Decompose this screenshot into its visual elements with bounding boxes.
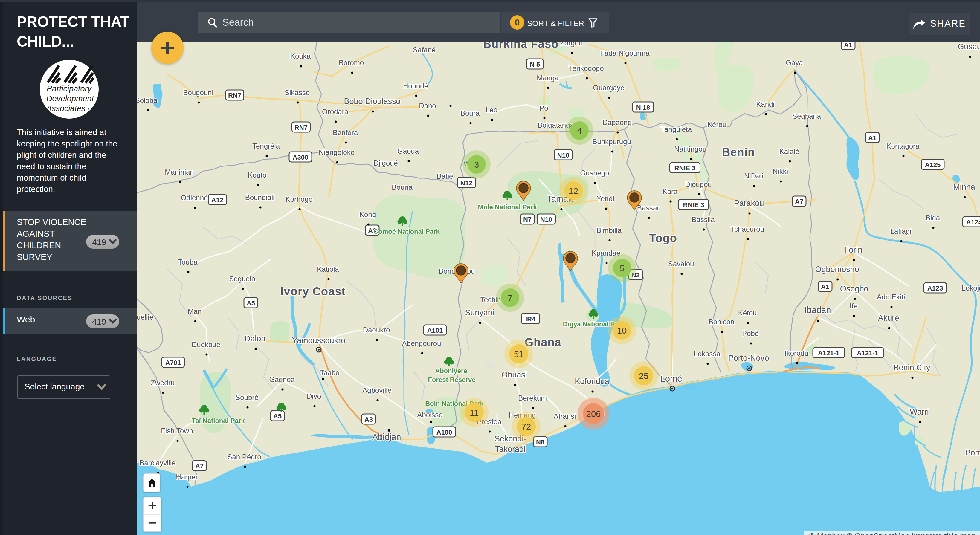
svg-text:Aboisso: Aboisso xyxy=(417,411,442,419)
svg-text:Houndé: Houndé xyxy=(403,82,428,90)
svg-text:Ibadan: Ibadan xyxy=(805,305,831,315)
svg-text:Bassar: Bassar xyxy=(637,204,660,212)
svg-text:Fish Town: Fish Town xyxy=(161,427,193,435)
svg-text:Bunkpurugu: Bunkpurugu xyxy=(592,138,631,146)
svg-text:Gaya: Gaya xyxy=(786,59,803,67)
svg-text:Bimbilla: Bimbilla xyxy=(597,226,622,234)
svg-text:Yendi: Yendi xyxy=(597,195,614,203)
svg-text:Niangoloko: Niangoloko xyxy=(319,148,355,156)
svg-text:A1: A1 xyxy=(844,42,852,49)
svg-text:Séguéla: Séguéla xyxy=(229,275,256,283)
svg-text:Aboniyere: Aboniyere xyxy=(435,367,467,375)
svg-text:Harper: Harper xyxy=(176,473,197,481)
svg-text:A3: A3 xyxy=(364,416,373,423)
svg-text:Kouto: Kouto xyxy=(248,171,267,179)
svg-text:51: 51 xyxy=(514,349,523,359)
svg-text:Djougou: Djougou xyxy=(685,180,711,188)
svg-text:Afransi: Afransi xyxy=(554,412,576,420)
svg-text:Warri: Warri xyxy=(910,407,929,416)
svg-text:Tchaourou: Tchaourou xyxy=(731,225,764,233)
svg-text:Soubré: Soubré xyxy=(235,393,258,402)
svg-text:25: 25 xyxy=(639,371,648,381)
svg-text:Gusau: Gusau xyxy=(958,42,980,51)
svg-text:Katiola: Katiola xyxy=(317,265,339,273)
svg-text:Lokossa: Lokossa xyxy=(694,350,721,358)
svg-text:A5: A5 xyxy=(273,413,282,420)
svg-text:Tanguieta: Tanguieta xyxy=(661,125,692,133)
svg-text:12: 12 xyxy=(569,186,578,196)
svg-text:Taabo: Taabo xyxy=(320,368,339,376)
svg-text:Ado Ekiti: Ado Ekiti xyxy=(877,293,905,301)
svg-text:Safané: Safané xyxy=(413,46,436,54)
svg-text:Odienné: Odienné xyxy=(181,194,208,202)
svg-text:RNIE 3: RNIE 3 xyxy=(675,164,696,172)
svg-text:Daloa: Daloa xyxy=(245,334,266,343)
svg-text:Kara: Kara xyxy=(662,187,678,195)
svg-text:Maninian: Maninian xyxy=(165,168,194,176)
svg-text:uellie: uellie xyxy=(137,313,153,321)
svg-text:N12: N12 xyxy=(460,179,473,187)
svg-text:Ségbana: Ségbana xyxy=(792,112,821,120)
svg-text:Bohicon: Bohicon xyxy=(708,318,735,326)
svg-text:Duekoue: Duekoue xyxy=(192,340,220,349)
svg-text:RNIE 3: RNIE 3 xyxy=(683,201,704,209)
svg-text:A701: A701 xyxy=(165,359,181,367)
svg-text:Abidjan: Abidjan xyxy=(372,432,401,442)
svg-text:Orodara: Orodara xyxy=(322,108,348,116)
svg-text:11: 11 xyxy=(470,408,479,418)
svg-text:Parakou: Parakou xyxy=(734,199,764,208)
svg-text:Bida: Bida xyxy=(926,214,940,222)
svg-text:Gaoua: Gaoua xyxy=(397,147,419,155)
svg-text:Kong: Kong xyxy=(360,210,376,219)
svg-text:Ilorin: Ilorin xyxy=(845,245,862,254)
svg-text:Leo: Leo xyxy=(485,106,498,114)
svg-text:Benin City: Benin City xyxy=(893,363,931,372)
svg-text:Lafiagi: Lafiagi xyxy=(890,227,912,235)
svg-text:Development: Development xyxy=(46,94,94,103)
svg-text:Taï National Park: Taï National Park xyxy=(192,417,245,424)
svg-text:Soloba: Soloba xyxy=(137,96,158,104)
svg-text:N7: N7 xyxy=(523,216,531,223)
svg-text:Zorgho: Zorgho xyxy=(560,42,583,47)
svg-text:A7: A7 xyxy=(195,462,204,470)
svg-text:IR4: IR4 xyxy=(525,315,536,323)
svg-text:Forest Reserve: Forest Reserve xyxy=(428,376,476,383)
svg-text:N 18: N 18 xyxy=(636,104,650,111)
svg-text:Bougouni: Bougouni xyxy=(183,89,213,97)
svg-text:Boura: Boura xyxy=(460,109,480,117)
svg-text:Kérou: Kérou xyxy=(707,121,727,129)
svg-text:Tenkodogo: Tenkodogo xyxy=(569,64,604,72)
svg-text:N8: N8 xyxy=(536,438,544,446)
svg-text:N10: N10 xyxy=(557,152,569,159)
svg-text:Dano: Dano xyxy=(419,102,436,110)
svg-text:Ivory Coast: Ivory Coast xyxy=(280,285,345,298)
svg-text:Man: Man xyxy=(188,307,202,315)
svg-text:Fada N’gourma: Fada N’gourma xyxy=(600,49,650,57)
svg-text:Mole National Park: Mole National Park xyxy=(478,203,537,211)
svg-text:A1: A1 xyxy=(868,134,877,142)
svg-text:Kétou: Kétou xyxy=(738,309,757,317)
svg-text:Gushegu: Gushegu xyxy=(580,169,609,177)
svg-text:A7: A7 xyxy=(795,198,803,205)
svg-text:5: 5 xyxy=(620,264,625,273)
svg-text:10: 10 xyxy=(617,326,627,335)
svg-text:Sikasso: Sikasso xyxy=(285,89,310,97)
svg-text:Benin: Benin xyxy=(722,146,755,159)
svg-text:A101: A101 xyxy=(427,327,443,334)
svg-text:RN7: RN7 xyxy=(294,124,308,131)
svg-text:Manga: Manga xyxy=(537,74,559,82)
svg-text:4: 4 xyxy=(577,126,582,136)
svg-text:San Pédro: San Pédro xyxy=(227,453,261,461)
svg-text:A1: A1 xyxy=(821,283,829,291)
svg-text:Lomé: Lomé xyxy=(660,374,682,383)
svg-text:Daoukro: Daoukro xyxy=(363,326,390,334)
svg-text:Osogbo: Osogbo xyxy=(840,284,869,293)
svg-text:Batié: Batié xyxy=(437,172,453,180)
svg-text:A121-1: A121-1 xyxy=(818,349,840,357)
svg-text:Port: Port xyxy=(965,448,980,457)
svg-text:Boromo: Boromo xyxy=(339,59,364,67)
svg-text:Takoradi: Takoradi xyxy=(495,445,526,454)
svg-text:Tengréla: Tengréla xyxy=(252,142,280,150)
svg-text:Bobo Dioulasso: Bobo Dioulasso xyxy=(344,97,400,106)
svg-text:A123: A123 xyxy=(928,284,943,292)
